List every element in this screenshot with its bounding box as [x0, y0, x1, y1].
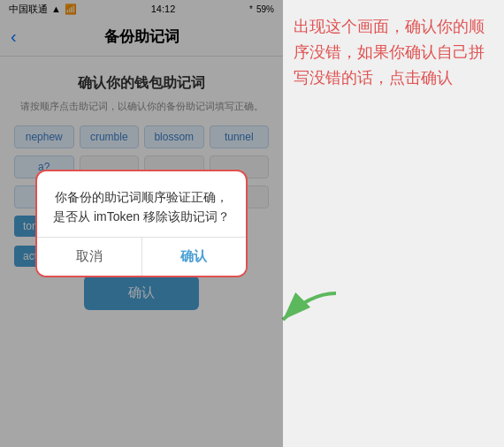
dialog-confirm-button[interactable]: 确认: [142, 238, 247, 276]
dialog-body: 你备份的助记词顺序验证正确，是否从 imToken 移除该助记词？: [37, 171, 246, 238]
arrow-icon: [274, 284, 345, 337]
confirmation-dialog: 你备份的助记词顺序验证正确，是否从 imToken 移除该助记词？ 取消 确认: [35, 170, 248, 278]
phone-screen: 中国联通 ▲ 📶 14:12 * 59% ‹ 备份助记词 确认你的钱包助记词 请…: [0, 0, 283, 447]
annotation-panel: 出现这个画面，确认你的顺序没错，如果你确认自己拼写没错的话，点击确认: [283, 0, 504, 447]
dialog-text: 你备份的助记词顺序验证正确，是否从 imToken 移除该助记词？: [53, 187, 230, 227]
dialog-overlay: 你备份的助记词顺序验证正确，是否从 imToken 移除该助记词？ 取消 确认: [0, 0, 283, 447]
arrow-container: [274, 284, 345, 341]
dialog-cancel-button[interactable]: 取消: [37, 238, 142, 276]
annotation-text: 出现这个画面，确认你的顺序没错，如果你确认自己拼写没错的话，点击确认: [294, 14, 493, 90]
dialog-actions: 取消 确认: [37, 237, 246, 276]
